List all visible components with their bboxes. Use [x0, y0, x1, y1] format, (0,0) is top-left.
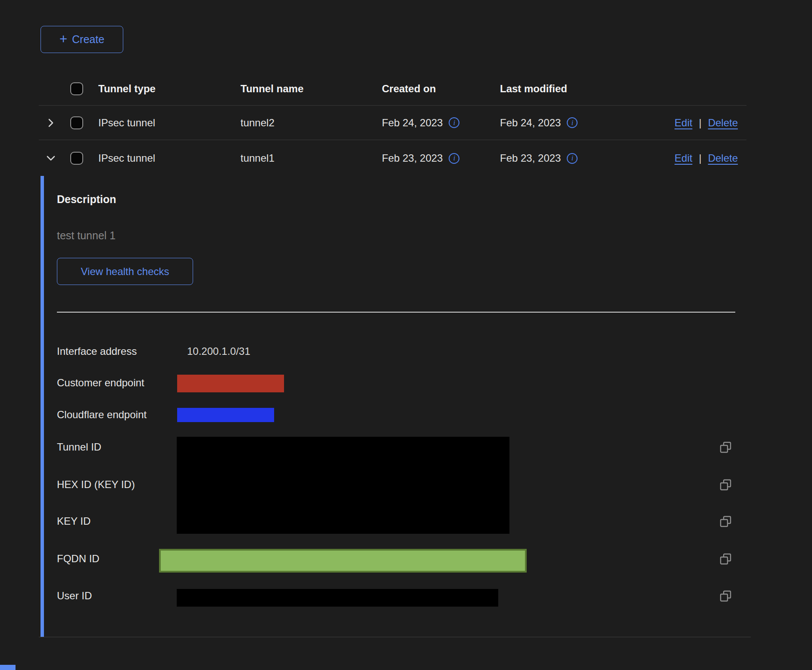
table-row-tunnel1: IPsec tunnel tunnel1 Feb 23, 2023 i Feb …	[39, 140, 746, 176]
user-id-redacted-value	[177, 589, 498, 607]
chevron-right-icon	[45, 117, 56, 128]
plus-icon: +	[59, 32, 67, 46]
info-icon[interactable]: i	[567, 153, 578, 164]
last-modified-cell: Feb 23, 2023 i	[500, 152, 578, 164]
view-health-checks-button[interactable]: View health checks	[57, 258, 193, 285]
copy-user-id-button[interactable]	[719, 589, 733, 603]
hex-id-label: HEX ID (KEY ID)	[57, 479, 135, 491]
created-on-date: Feb 23, 2023	[382, 152, 443, 164]
collapse-row-button[interactable]	[44, 152, 57, 165]
tunnel-name-cell: tunnel1	[240, 152, 275, 164]
delete-link[interactable]: Delete	[708, 117, 738, 129]
create-button[interactable]: + Create	[41, 26, 123, 53]
created-on-cell: Feb 24, 2023 i	[382, 117, 459, 129]
tunnel-type-cell: IPsec tunnel	[98, 117, 155, 129]
cloudflare-endpoint-redacted-value	[177, 408, 274, 422]
chevron-down-icon	[45, 153, 56, 164]
table-row-tunnel2: IPsec tunnel tunnel2 Feb 24, 2023 i Feb …	[39, 106, 746, 140]
create-button-label: Create	[72, 33, 104, 46]
edit-link[interactable]: Edit	[675, 117, 692, 129]
select-all-checkbox[interactable]	[70, 82, 83, 95]
info-icon[interactable]: i	[449, 117, 459, 128]
expanded-indicator-bar	[41, 176, 44, 637]
last-modified-date: Feb 23, 2023	[500, 152, 561, 164]
description-label: Description	[57, 193, 116, 206]
row-actions: Edit | Delete	[675, 152, 738, 164]
fqdn-id-redacted-value	[159, 549, 527, 573]
customer-endpoint-label: Customer endpoint	[57, 377, 144, 389]
customer-endpoint-redacted-value	[177, 375, 284, 392]
copy-icon	[719, 515, 732, 528]
header-created-on: Created on	[382, 83, 436, 95]
cloudflare-endpoint-label: Cloudflare endpoint	[57, 409, 147, 421]
copy-icon	[719, 553, 732, 566]
tunnel-id-label: Tunnel ID	[57, 441, 101, 453]
copy-fqdn-id-button[interactable]	[719, 552, 733, 566]
description-value: test tunnel 1	[57, 229, 116, 242]
copy-hex-id-button[interactable]	[719, 478, 733, 492]
expand-row-button[interactable]	[44, 116, 57, 129]
tunnel-name-cell: tunnel2	[240, 117, 275, 129]
row-checkbox[interactable]	[70, 116, 83, 129]
last-modified-date: Feb 24, 2023	[500, 117, 561, 129]
header-tunnel-type: Tunnel type	[98, 83, 156, 95]
info-icon[interactable]: i	[567, 117, 578, 128]
action-separator: |	[699, 117, 701, 129]
section-divider	[57, 312, 735, 313]
delete-link[interactable]: Delete	[708, 152, 738, 164]
copy-icon	[719, 441, 732, 454]
edit-link[interactable]: Edit	[675, 152, 692, 164]
action-separator: |	[699, 152, 701, 164]
header-tunnel-name: Tunnel name	[240, 83, 303, 95]
fqdn-id-label: FQDN ID	[57, 553, 100, 565]
last-modified-cell: Feb 24, 2023 i	[500, 117, 578, 129]
created-on-date: Feb 24, 2023	[382, 117, 443, 129]
info-icon[interactable]: i	[449, 153, 459, 164]
interface-address-label: Interface address	[57, 345, 137, 357]
user-id-label: User ID	[57, 590, 92, 602]
tunnel1-expanded-panel: Description test tunnel 1 View health ch…	[39, 176, 751, 637]
copy-icon	[719, 479, 732, 492]
interface-address-value: 10.200.1.0/31	[187, 345, 250, 357]
tunnel-type-cell: IPsec tunnel	[98, 152, 155, 164]
row-checkbox[interactable]	[70, 152, 83, 165]
row-actions: Edit | Delete	[675, 117, 738, 129]
bottom-left-blue-element	[0, 665, 16, 670]
copy-tunnel-id-button[interactable]	[719, 441, 733, 454]
copy-key-id-button[interactable]	[719, 515, 733, 529]
header-last-modified: Last modified	[500, 83, 567, 95]
ids-redacted-value-block	[177, 437, 509, 534]
copy-icon	[719, 590, 732, 603]
created-on-cell: Feb 23, 2023 i	[382, 152, 459, 164]
key-id-label: KEY ID	[57, 515, 91, 527]
table-header-row: Tunnel type Tunnel name Created on Last …	[39, 72, 746, 106]
